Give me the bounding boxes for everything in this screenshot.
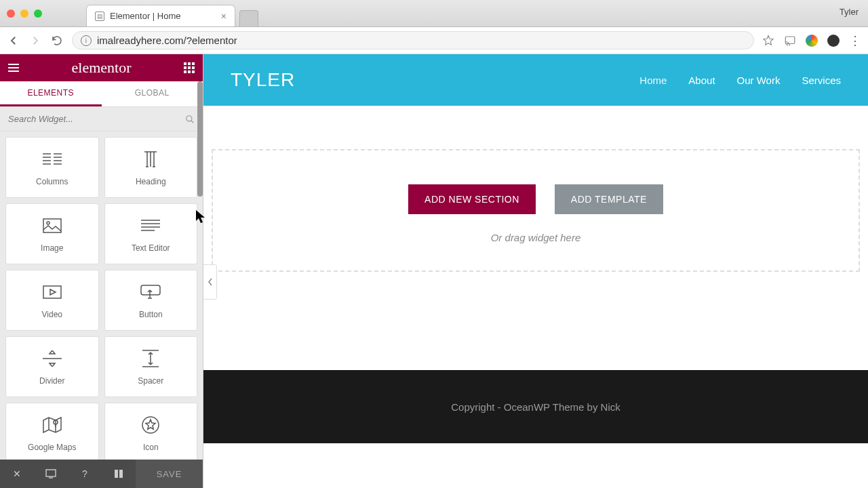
extension-icon-1[interactable] bbox=[806, 35, 818, 47]
svg-point-1 bbox=[186, 115, 192, 121]
text-editor-icon bbox=[140, 215, 161, 237]
site-footer: Copyright - OceanWP Theme by Nick bbox=[203, 370, 868, 443]
cast-icon[interactable] bbox=[784, 35, 796, 47]
site-nav: Home About Our Work Services bbox=[639, 75, 841, 86]
nav-link-services[interactable]: Services bbox=[802, 75, 841, 86]
help-button[interactable]: ? bbox=[68, 460, 102, 488]
address-bar[interactable]: i imalreadyhere.com/?elementor bbox=[72, 31, 754, 49]
responsive-button[interactable] bbox=[34, 460, 68, 488]
widget-icon[interactable]: Icon bbox=[104, 403, 198, 460]
close-tab-button[interactable]: × bbox=[221, 11, 226, 22]
editor-canvas: TYLER Home About Our Work Services ADD N… bbox=[203, 54, 868, 488]
columns-icon bbox=[41, 148, 63, 170]
page-icon: ▤ bbox=[95, 12, 104, 21]
widget-label: Button bbox=[139, 310, 163, 319]
panel-header: elementor bbox=[0, 54, 203, 81]
maximize-window-button[interactable] bbox=[34, 9, 42, 18]
spacer-icon bbox=[140, 348, 161, 369]
reload-button[interactable] bbox=[50, 34, 64, 47]
search-widget-input[interactable] bbox=[8, 114, 185, 124]
widget-label: Video bbox=[42, 310, 62, 319]
divider-icon bbox=[41, 348, 63, 369]
save-button[interactable]: SAVE bbox=[136, 460, 203, 488]
tab-global[interactable]: GLOBAL bbox=[102, 81, 203, 106]
widget-label: Google Maps bbox=[28, 443, 76, 452]
add-template-button[interactable]: ADD TEMPLATE bbox=[555, 184, 663, 214]
tab-elements[interactable]: ELEMENTS bbox=[0, 81, 102, 106]
widget-button[interactable]: Button bbox=[104, 270, 198, 331]
widget-label: Columns bbox=[36, 177, 68, 186]
search-widget-wrap bbox=[0, 107, 203, 131]
svg-point-11 bbox=[47, 222, 50, 224]
video-icon bbox=[41, 281, 63, 303]
widget-label: Divider bbox=[39, 376, 64, 386]
heading-icon bbox=[140, 148, 161, 170]
back-button[interactable] bbox=[7, 34, 20, 47]
maps-icon bbox=[41, 414, 63, 436]
site-header: TYLER Home About Our Work Services bbox=[203, 54, 868, 106]
widget-label: Spacer bbox=[138, 376, 163, 386]
panel-menu-button[interactable] bbox=[8, 64, 19, 72]
panel-footer: ✕ ? SAVE bbox=[0, 460, 203, 488]
drop-area[interactable]: ADD NEW SECTION ADD TEMPLATE Or drag wid… bbox=[212, 149, 860, 272]
star-icon bbox=[140, 414, 161, 436]
url-text: imalreadyhere.com/?elementor bbox=[97, 35, 745, 46]
traffic-lights bbox=[7, 9, 42, 18]
close-window-button[interactable] bbox=[7, 9, 15, 18]
elementor-panel: elementor ELEMENTS GLOBAL Columns Headin… bbox=[0, 54, 203, 488]
widget-label: Icon bbox=[143, 443, 159, 452]
widget-label: Text Editor bbox=[132, 243, 170, 253]
browser-toolbar: i imalreadyhere.com/?elementor ⋮ bbox=[0, 27, 868, 54]
add-new-section-button[interactable]: ADD NEW SECTION bbox=[408, 184, 536, 214]
widget-text-editor[interactable]: Text Editor bbox=[104, 203, 198, 264]
panel-scrollbar[interactable] bbox=[197, 81, 203, 197]
collapse-panel-handle[interactable] bbox=[203, 264, 217, 300]
button-icon bbox=[140, 281, 161, 303]
svg-rect-0 bbox=[785, 37, 795, 44]
nav-link-our-work[interactable]: Our Work bbox=[737, 75, 781, 86]
panel-tabs: ELEMENTS GLOBAL bbox=[0, 81, 203, 107]
search-icon[interactable] bbox=[185, 115, 195, 124]
elementor-logo: elementor bbox=[72, 59, 132, 77]
widget-google-maps[interactable]: Google Maps bbox=[5, 403, 99, 460]
widget-divider[interactable]: Divider bbox=[5, 336, 99, 397]
site-title: TYLER bbox=[231, 69, 295, 91]
nav-link-home[interactable]: Home bbox=[639, 75, 667, 86]
widget-heading[interactable]: Heading bbox=[104, 137, 198, 198]
profile-name[interactable]: Tyler bbox=[840, 7, 859, 17]
forward-button[interactable] bbox=[28, 34, 42, 47]
tab-title: Elementor | Home bbox=[110, 11, 181, 21]
window-titlebar: ▤ Elementor | Home × Tyler bbox=[0, 0, 868, 27]
browser-menu-button[interactable]: ⋮ bbox=[849, 33, 861, 48]
svg-rect-10 bbox=[43, 219, 61, 232]
nav-link-about[interactable]: About bbox=[688, 75, 715, 86]
widget-label: Image bbox=[41, 243, 63, 253]
drop-hint-text: Or drag widget here bbox=[226, 232, 845, 243]
new-tab-button[interactable] bbox=[239, 10, 258, 26]
widget-label: Heading bbox=[136, 177, 166, 186]
widget-spacer[interactable]: Spacer bbox=[104, 336, 198, 397]
image-icon bbox=[41, 215, 63, 237]
extension-icon-2[interactable] bbox=[827, 35, 840, 47]
footer-copyright: Copyright - OceanWP Theme by Nick bbox=[451, 401, 620, 413]
minimize-window-button[interactable] bbox=[20, 9, 28, 18]
svg-rect-20 bbox=[46, 470, 56, 476]
templates-button[interactable] bbox=[102, 460, 136, 488]
browser-tab[interactable]: ▤ Elementor | Home × bbox=[86, 5, 235, 26]
widget-image[interactable]: Image bbox=[5, 203, 99, 264]
bookmark-star-icon[interactable] bbox=[762, 35, 774, 47]
close-panel-button[interactable]: ✕ bbox=[0, 460, 34, 488]
panel-grid-button[interactable] bbox=[184, 62, 195, 73]
svg-rect-16 bbox=[43, 286, 61, 298]
site-info-icon[interactable]: i bbox=[81, 35, 92, 46]
widget-columns[interactable]: Columns bbox=[5, 137, 99, 198]
widgets-grid: Columns Heading Image Text Editor Video … bbox=[0, 131, 203, 460]
widget-video[interactable]: Video bbox=[5, 270, 99, 331]
